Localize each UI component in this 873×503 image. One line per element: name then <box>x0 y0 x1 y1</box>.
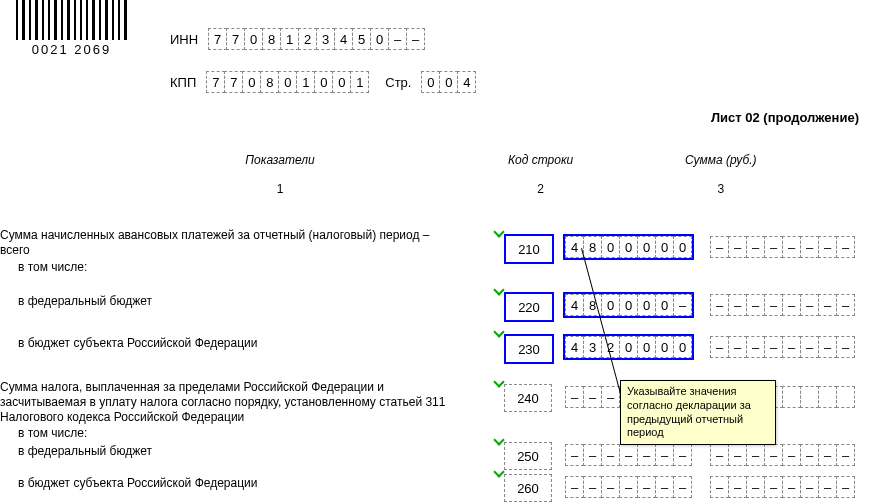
inn-cell-2: 0 <box>244 28 263 50</box>
page-cell-1: 0 <box>439 71 458 93</box>
sum1-240-cell-2: – <box>601 386 620 408</box>
sum1-220-cell-0: 4 <box>565 294 584 316</box>
inn-cell-8: 5 <box>352 28 371 50</box>
tick-icon <box>493 376 504 387</box>
sum1-250-cell-4: – <box>637 444 656 466</box>
col3-num: 3 <box>685 182 757 196</box>
sum1-220-cell-6: – <box>673 294 692 316</box>
sum2-240-cell-5 <box>800 386 819 408</box>
sum1-220: 480000– <box>565 294 692 316</box>
sum1-260-cell-2: – <box>601 476 620 498</box>
page-label: Стр. <box>385 75 411 90</box>
sum2-260-cell-4: – <box>782 476 801 498</box>
sum1-250-cell-3: – <box>619 444 638 466</box>
sum2-230-cell-2: – <box>746 336 765 358</box>
code-240: 240 <box>504 384 552 412</box>
kpp-label: КПП <box>170 75 196 90</box>
sum2-220-cell-6: – <box>818 294 837 316</box>
row-label-240: Сумма налога, выплаченная за пределами Р… <box>0 380 460 425</box>
kpp-cell-2: 0 <box>242 71 261 93</box>
inn-cell-0: 7 <box>208 28 227 50</box>
sum1-220-cell-2: 0 <box>601 294 620 316</box>
sum2-260-cell-3: – <box>764 476 783 498</box>
tick-icon <box>493 466 504 477</box>
sum1-250: ––––––– <box>565 444 692 466</box>
sum1-230-cell-3: 0 <box>619 336 638 358</box>
sum2-260-cell-1: – <box>728 476 747 498</box>
sum1-240-cell-1: – <box>583 386 602 408</box>
page-cell-2: 4 <box>457 71 476 93</box>
inn-cell-6: 3 <box>316 28 335 50</box>
sum1-210-cell-6: 0 <box>673 236 692 258</box>
sum2-230: –––––––– <box>710 336 855 358</box>
sum2-230-cell-1: – <box>728 336 747 358</box>
sum2-240-cell-4 <box>782 386 801 408</box>
col1-num: 1 <box>205 182 355 196</box>
sum2-220-cell-1: – <box>728 294 747 316</box>
sum2-220-cell-3: – <box>764 294 783 316</box>
sum2-210-cell-6: – <box>818 236 837 258</box>
sum1-210-cell-5: 0 <box>655 236 674 258</box>
sum2-260: –––––––– <box>710 476 855 498</box>
inn-label: ИНН <box>170 32 198 47</box>
tick-icon <box>493 284 504 295</box>
sum1-230-cell-4: 0 <box>637 336 656 358</box>
sum2-250-cell-3: – <box>764 444 783 466</box>
inn-row: ИНН 7708123450–– <box>170 28 425 50</box>
sum1-250-cell-0: – <box>565 444 584 466</box>
sum1-260-cell-1: – <box>583 476 602 498</box>
sum1-220-cell-5: 0 <box>655 294 674 316</box>
sum2-240-cell-6 <box>818 386 837 408</box>
sum1-210-cell-3: 0 <box>619 236 638 258</box>
sum2-250-cell-7: – <box>836 444 855 466</box>
col3-text: Сумма (руб.) <box>685 153 757 167</box>
inn-cell-5: 2 <box>298 28 317 50</box>
inn-cell-7: 4 <box>334 28 353 50</box>
sum2-210-cell-0: – <box>710 236 729 258</box>
sum2-230-cell-7: – <box>836 336 855 358</box>
col2-head: Код строки 2 <box>508 153 573 196</box>
sum2-240-cell-7 <box>836 386 855 408</box>
tick-icon <box>493 226 504 237</box>
inn-cell-10: – <box>388 28 407 50</box>
sum2-220-cell-2: – <box>746 294 765 316</box>
sum1-260: ––––––– <box>565 476 692 498</box>
sum2-260-cell-7: – <box>836 476 855 498</box>
row-label-230: в бюджет субъекта Российской Федерации <box>18 336 257 351</box>
sum2-250-cell-6: – <box>818 444 837 466</box>
kpp-cell-1: 7 <box>224 71 243 93</box>
row-label-210: Сумма начисленных авансовых платежей за … <box>0 228 460 258</box>
sum2-230-cell-6: – <box>818 336 837 358</box>
sum2-230-cell-0: – <box>710 336 729 358</box>
kpp-cell-7: 0 <box>332 71 351 93</box>
kpp-cell-8: 1 <box>350 71 369 93</box>
sum1-220-cell-4: 0 <box>637 294 656 316</box>
sum2-220-cell-5: – <box>800 294 819 316</box>
inn-cells: 7708123450–– <box>208 28 425 50</box>
sum2-260-cell-2: – <box>746 476 765 498</box>
kpp-cell-3: 8 <box>260 71 279 93</box>
code-230: 230 <box>504 334 554 364</box>
sum1-220-cell-3: 0 <box>619 294 638 316</box>
sum2-250: –––––––– <box>710 444 855 466</box>
sum1-210-cell-4: 0 <box>637 236 656 258</box>
sheet-title: Лист 02 (продолжение) <box>711 110 859 125</box>
row-sub-210: в том числе: <box>18 260 87 275</box>
page-cells: 004 <box>421 71 476 93</box>
kpp-cell-4: 0 <box>278 71 297 93</box>
code-250: 250 <box>504 442 552 470</box>
tooltip: Указывайте значения согласно декларации … <box>620 380 776 445</box>
kpp-row: КПП 770801001 Стр. 004 <box>170 71 476 93</box>
sum1-260-cell-3: – <box>619 476 638 498</box>
sum1-230-cell-1: 3 <box>583 336 602 358</box>
sum1-210-cell-2: 0 <box>601 236 620 258</box>
inn-cell-3: 8 <box>262 28 281 50</box>
sum2-210-cell-2: – <box>746 236 765 258</box>
sum2-230-cell-3: – <box>764 336 783 358</box>
sum1-260-cell-0: – <box>565 476 584 498</box>
inn-cell-9: 0 <box>370 28 389 50</box>
kpp-cell-5: 1 <box>296 71 315 93</box>
sum2-250-cell-1: – <box>728 444 747 466</box>
sum1-250-cell-6: – <box>673 444 692 466</box>
sum2-250-cell-4: – <box>782 444 801 466</box>
